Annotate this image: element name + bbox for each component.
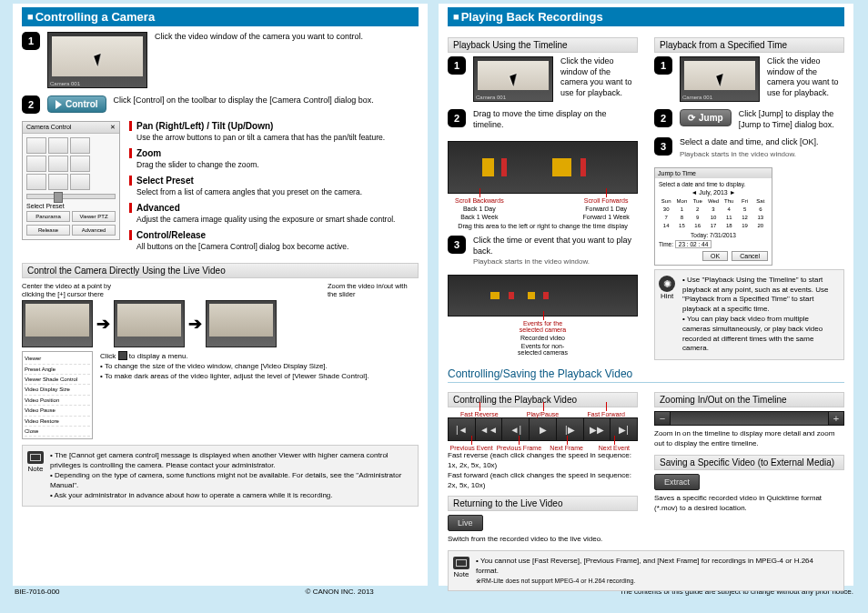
doc-id: BIE-7016-000 xyxy=(15,588,59,596)
ok-button[interactable]: OK xyxy=(702,251,728,261)
subhead-live: Control the Camera Directly Using the Li… xyxy=(22,263,419,278)
section-control-save: Controlling/Saving the Playback Video xyxy=(448,366,844,383)
fast-fwd-button: ▶▶ xyxy=(584,418,611,440)
dropdown-icon xyxy=(118,351,127,360)
playback-controls[interactable]: |◄◄◄◄| ▶ |▶▶▶▶| xyxy=(448,417,638,441)
hint-icon: ✺ xyxy=(659,276,675,292)
prev-frame-button: ◄| xyxy=(502,418,530,440)
control-button[interactable]: Control xyxy=(47,95,106,113)
step-1: 1 Click the video window of the camera y… xyxy=(22,32,419,88)
copyright: © CANON INC. 2013 xyxy=(306,588,374,596)
camera-thumb xyxy=(47,32,147,88)
live-sequence: ➔ ➔ xyxy=(22,300,419,347)
play-button: ▶ xyxy=(530,418,557,440)
feature-list: Pan (Right/Left) / Tilt (Up/Down)Use the… xyxy=(129,121,419,257)
timeline-strip[interactable] xyxy=(448,141,638,194)
note-box: Note The [Cannot get camera control] mes… xyxy=(22,445,419,507)
title-playback: Playing Back Recordings xyxy=(448,7,844,26)
playback-time-col: Playback from a Specified Time 1 Click t… xyxy=(654,32,844,137)
title-controlling: Controlling a Camera xyxy=(22,7,419,26)
context-menu[interactable]: ViewerPreset Angle Viewer Shade ControlV… xyxy=(22,351,93,439)
menu-hint: Click to display a menu. • To change the… xyxy=(100,351,369,439)
bottom-note: Note • You cannot use [Fast Reverse], [P… xyxy=(448,550,844,591)
fast-rev-button: ◄◄ xyxy=(476,418,503,440)
note-icon xyxy=(453,557,469,569)
extract-button[interactable]: Extract xyxy=(654,474,700,490)
playback-timeline-col: Playback Using the Timeline 1 Click the … xyxy=(448,32,638,137)
page-right: Playing Back Recordings Playback Using t… xyxy=(439,4,853,586)
step-2: 2 Control Click [Control] on the toolbar… xyxy=(22,95,419,114)
preset-row[interactable]: PanoramaViewer PTZ xyxy=(26,211,116,222)
zoom-out-button: − xyxy=(654,411,671,426)
zoom-in-button: + xyxy=(828,411,844,426)
ptz-grid[interactable] xyxy=(26,137,116,190)
step2-text: Click [Control] on the toolbar to displa… xyxy=(114,95,374,106)
control-columns: Camera Control✕ Select Preset PanoramaVi… xyxy=(22,121,419,257)
hint-box: ✺Hint • Use "Playback Using the Timeline… xyxy=(654,269,844,360)
next-frame-button: |▶ xyxy=(557,418,584,440)
step-badge: 1 xyxy=(22,32,40,50)
live-button[interactable]: Live xyxy=(448,515,483,531)
play-icon xyxy=(56,100,62,109)
cancel-button[interactable]: Cancel xyxy=(732,251,768,261)
jump-dialog[interactable]: Jump to Time Select a date and time to d… xyxy=(654,167,772,266)
control-dialog-mock: Camera Control✕ Select Preset PanoramaVi… xyxy=(22,121,120,257)
note-icon xyxy=(27,451,44,464)
zoom-bar[interactable]: −+ xyxy=(654,411,844,426)
step1-text: Click the video window of the camera you… xyxy=(155,32,363,43)
jump-button[interactable]: ⟳ Jump xyxy=(680,109,732,126)
arrow-icon: ➔ xyxy=(96,314,110,334)
step-badge: 2 xyxy=(22,95,40,114)
arrow-icon: ➔ xyxy=(188,314,202,334)
page-left: Controlling a Camera 1 Click the video w… xyxy=(13,4,428,586)
zoom-slider[interactable] xyxy=(26,194,116,199)
